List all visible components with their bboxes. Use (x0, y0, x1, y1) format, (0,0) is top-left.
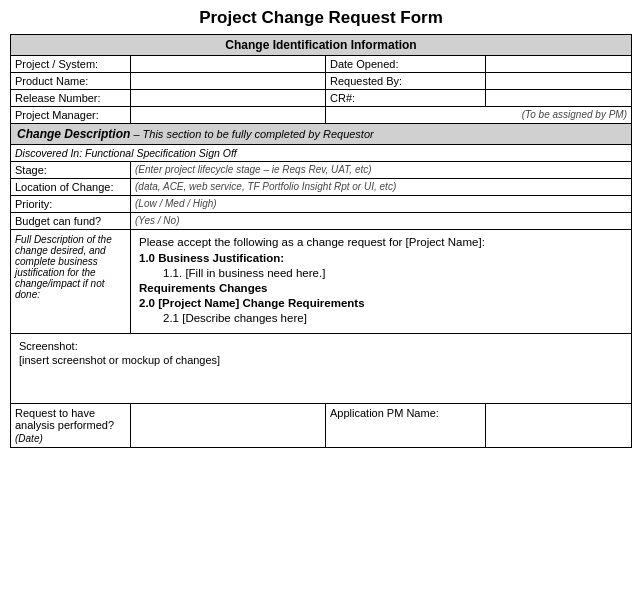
location-row: Location of Change: (data, ACE, web serv… (11, 179, 632, 196)
analysis-date-value[interactable] (131, 404, 326, 448)
intro-text: Please accept the following as a change … (139, 236, 623, 248)
req-changes-title: Requirements Changes (139, 282, 623, 294)
page-title: Project Change Request Form (10, 8, 632, 28)
id-row-2: Product Name: Requested By: (11, 73, 632, 90)
main-description-content[interactable]: Please accept the following as a change … (131, 230, 632, 334)
app-pm-label-cell: Application PM Name: (326, 404, 486, 448)
cr-label: CR#: (326, 90, 486, 107)
date-opened-label: Date Opened: (326, 56, 486, 73)
screenshot-subtext: [insert screenshot or mockup of changes] (19, 354, 623, 366)
analysis-request-cell[interactable]: Request to have analysis performed? (Dat… (11, 404, 131, 448)
project-manager-value[interactable] (131, 107, 326, 124)
stage-row: Stage: (Enter project lifecycle stage – … (11, 162, 632, 179)
description-row: Full Description of the change desired, … (11, 230, 632, 334)
analysis-date-label: (Date) (15, 433, 126, 444)
stage-hint[interactable]: (Enter project lifecycle stage – ie Reqs… (131, 162, 632, 179)
analysis-label: Request to have analysis performed? (15, 407, 126, 431)
project-change-req-title: 2.0 [Project Name] Change Requirements (139, 297, 623, 309)
change-desc-header-row: Change Description – This section to be … (11, 124, 632, 145)
identification-header: Change Identification Information (11, 35, 632, 56)
screenshot-cell[interactable]: Screenshot: [insert screenshot or mockup… (11, 334, 632, 404)
requested-by-label: Requested By: (326, 73, 486, 90)
side-description-label: Full Description of the change desired, … (11, 230, 131, 334)
project-system-label: Project / System: (11, 56, 131, 73)
priority-hint[interactable]: (Low / Med / High) (131, 196, 632, 213)
product-name-label: Product Name: (11, 73, 131, 90)
location-label: Location of Change: (11, 179, 131, 196)
main-table: Change Identification Information Projec… (10, 34, 632, 448)
screenshot-label: Screenshot: (19, 340, 623, 352)
cr-value[interactable] (486, 90, 632, 107)
describe-changes: 2.1 [Describe changes here] (163, 312, 623, 324)
app-pm-value[interactable] (486, 404, 632, 448)
date-opened-value[interactable] (486, 56, 632, 73)
budget-row: Budget can fund? (Yes / No) (11, 213, 632, 230)
id-row-1: Project / System: Date Opened: (11, 56, 632, 73)
product-name-value[interactable] (131, 73, 326, 90)
project-system-value[interactable] (131, 56, 326, 73)
id-row-3: Release Number: CR#: (11, 90, 632, 107)
location-hint[interactable]: (data, ACE, web service, TF Portfolio In… (131, 179, 632, 196)
screenshot-row: Screenshot: [insert screenshot or mockup… (11, 334, 632, 404)
budget-label: Budget can fund? (11, 213, 131, 230)
stage-label: Stage: (11, 162, 131, 179)
page-container: Project Change Request Form Change Ident… (0, 0, 642, 456)
discovered-in-row: Discovered In: Functional Specification … (11, 145, 632, 162)
budget-hint[interactable]: (Yes / No) (131, 213, 632, 230)
identification-header-row: Change Identification Information (11, 35, 632, 56)
release-number-label: Release Number: (11, 90, 131, 107)
priority-label: Priority: (11, 196, 131, 213)
release-number-value[interactable] (131, 90, 326, 107)
bottom-row: Request to have analysis performed? (Dat… (11, 404, 632, 448)
discovered-in: Discovered In: Functional Specification … (11, 145, 632, 162)
priority-row: Priority: (Low / Med / High) (11, 196, 632, 213)
biz-justification-title: 1.0 Business Justification: (139, 252, 623, 264)
id-row-4: Project Manager: (To be assigned by PM) (11, 107, 632, 124)
change-desc-bold: Change Description (17, 127, 130, 141)
assigned-pm-hint: (To be assigned by PM) (326, 107, 632, 124)
app-pm-label: Application PM Name: (330, 407, 481, 419)
requested-by-value[interactable] (486, 73, 632, 90)
project-manager-label: Project Manager: (11, 107, 131, 124)
change-desc-normal: – This section to be fully completed by … (130, 128, 373, 140)
change-desc-header: Change Description – This section to be … (11, 124, 632, 145)
biz-justification-item: 1.1. [Fill in business need here.] (163, 267, 623, 279)
